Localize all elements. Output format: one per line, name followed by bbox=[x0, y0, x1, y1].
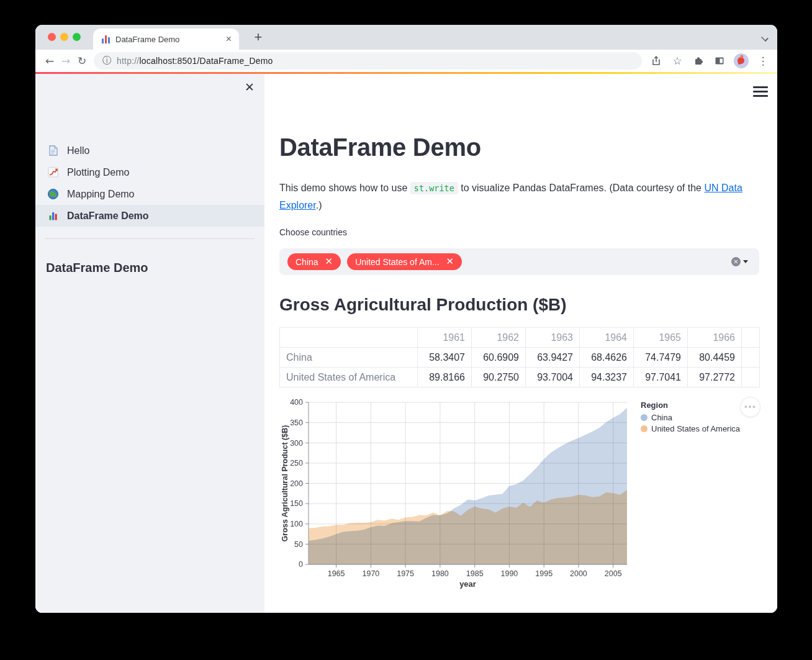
table-year-header: 1962 bbox=[472, 328, 526, 348]
svg-text:1965: 1965 bbox=[328, 569, 345, 578]
svg-text:2005: 2005 bbox=[605, 569, 622, 578]
browser-menu-icon[interactable]: ⋮ bbox=[756, 54, 770, 68]
sidebar-item-label: Mapping Demo bbox=[67, 189, 135, 200]
svg-text:1985: 1985 bbox=[466, 569, 484, 578]
tab-favicon-bar-chart-icon bbox=[102, 35, 110, 43]
svg-text:1990: 1990 bbox=[500, 569, 518, 578]
section-heading: Gross Agricultural Production ($B) bbox=[279, 295, 567, 315]
clear-all-icon[interactable]: ✕ bbox=[731, 257, 741, 266]
table-cell: 90.2750 bbox=[472, 368, 526, 387]
main-content: DataFrame Demo This demo shows how to us… bbox=[264, 74, 777, 613]
table-cell: 58.3407 bbox=[418, 348, 472, 368]
back-button[interactable]: ← bbox=[42, 53, 58, 69]
svg-text:250: 250 bbox=[290, 459, 303, 468]
table-cell: 68.4626 bbox=[580, 348, 634, 368]
table-cell: 63.9427 bbox=[526, 348, 580, 368]
forward-button[interactable]: → bbox=[58, 53, 74, 69]
table-cell: 93.7004 bbox=[526, 368, 580, 387]
new-tab-button[interactable]: + bbox=[249, 29, 268, 47]
svg-text:50: 50 bbox=[294, 540, 303, 549]
sidebar-item-dataframe-demo[interactable]: DataFrame Demo bbox=[35, 205, 264, 227]
tab-search-chevron-icon[interactable] bbox=[761, 34, 769, 41]
svg-text:300: 300 bbox=[290, 439, 303, 448]
table-year-header: 1963 bbox=[526, 328, 580, 348]
minimize-window-button[interactable] bbox=[60, 33, 68, 41]
side-panel-icon[interactable] bbox=[713, 54, 726, 68]
bar-chart-icon bbox=[47, 210, 59, 222]
multiselect-label: Choose countries bbox=[279, 227, 347, 237]
sidebar-nav: HelloPlotting DemoMapping DemoDataFrame … bbox=[35, 140, 264, 227]
reload-button[interactable]: ↻ bbox=[74, 53, 90, 69]
sidebar-item-hello[interactable]: Hello bbox=[35, 140, 264, 161]
dropdown-caret-icon[interactable] bbox=[743, 260, 748, 263]
url-text: http://localhost:8501/DataFrame_Demo bbox=[117, 56, 273, 66]
bookmark-star-icon[interactable]: ☆ bbox=[670, 54, 684, 68]
tab-strip: DataFrame Demo × + bbox=[35, 25, 777, 50]
table-row: China58.340760.690963.942768.462674.7479… bbox=[280, 348, 760, 368]
svg-text:1995: 1995 bbox=[535, 569, 553, 578]
svg-text:100: 100 bbox=[290, 520, 303, 528]
table-cell: 60.6909 bbox=[472, 348, 526, 368]
svg-text:400: 400 bbox=[290, 399, 303, 407]
page-title: DataFrame Demo bbox=[279, 133, 481, 161]
chart-actions-button[interactable]: ●●● bbox=[740, 397, 760, 417]
sidebar-item-label: DataFrame Demo bbox=[67, 210, 149, 222]
sidebar-item-label: Plotting Demo bbox=[67, 167, 130, 178]
table-corner-cell bbox=[280, 328, 418, 348]
svg-text:1980: 1980 bbox=[431, 569, 449, 578]
table-cell: 74.7479 bbox=[634, 348, 688, 368]
y-axis-title: Gross Agricultural Product ($B) bbox=[281, 425, 289, 542]
document-icon bbox=[47, 145, 59, 156]
intro-paragraph: This demo shows how to use st.write to v… bbox=[279, 179, 744, 214]
legend-title: Region bbox=[641, 400, 740, 410]
remove-tag-icon[interactable]: ✕ bbox=[446, 257, 454, 266]
table-year-header: 1965 bbox=[634, 328, 688, 348]
selected-tag-label: United States of Am... bbox=[355, 257, 439, 267]
selected-tag[interactable]: China✕ bbox=[287, 253, 341, 270]
sidebar-item-plotting-demo[interactable]: Plotting Demo bbox=[35, 161, 264, 183]
legend-swatch bbox=[641, 414, 647, 421]
browser-tab[interactable]: DataFrame Demo × bbox=[93, 29, 239, 50]
sidebar-divider bbox=[45, 238, 255, 239]
table-cell: 97.2772 bbox=[688, 368, 742, 387]
x-axis-title: year bbox=[459, 579, 476, 589]
tab-title: DataFrame Demo bbox=[115, 35, 226, 44]
sidebar-item-mapping-demo[interactable]: Mapping Demo bbox=[35, 183, 264, 205]
page-info-icon[interactable]: ⓘ bbox=[102, 55, 111, 66]
profile-bird-icon bbox=[737, 57, 745, 65]
area-chart: 0501001502002503003504001965197019751980… bbox=[279, 399, 639, 592]
table-year-header: 1964 bbox=[580, 328, 634, 348]
svg-text:1975: 1975 bbox=[397, 569, 414, 578]
table-clipped-cell bbox=[742, 368, 760, 387]
legend-label: China bbox=[651, 413, 672, 422]
app-menu-hamburger-icon[interactable] bbox=[753, 86, 768, 97]
table-cell: 89.8166 bbox=[418, 368, 472, 387]
close-window-button[interactable] bbox=[48, 33, 56, 41]
svg-text:150: 150 bbox=[290, 499, 303, 508]
url-bar[interactable]: ⓘ http://localhost:8501/DataFrame_Demo bbox=[94, 52, 642, 70]
remove-tag-icon[interactable]: ✕ bbox=[325, 257, 333, 266]
table-row: United States of America89.816690.275093… bbox=[280, 368, 760, 387]
selected-tag[interactable]: United States of Am...✕ bbox=[347, 253, 462, 270]
sidebar-close-icon[interactable]: ✕ bbox=[245, 81, 255, 93]
sidebar-section-title: DataFrame Demo bbox=[46, 261, 148, 275]
inline-code: st.write bbox=[410, 182, 458, 194]
tab-close-icon[interactable]: × bbox=[226, 34, 232, 44]
globe-icon bbox=[47, 188, 59, 200]
selected-tags: China✕United States of Am...✕ bbox=[287, 253, 462, 270]
url-host-path: localhost:8501/DataFrame_Demo bbox=[139, 56, 273, 66]
chart-legend: Region ChinaUnited States of America bbox=[641, 400, 740, 435]
browser-toolbar: ← → ↻ ⓘ http://localhost:8501/DataFrame_… bbox=[35, 50, 777, 72]
table-cell: 80.4459 bbox=[688, 348, 742, 368]
line-chart-icon bbox=[47, 166, 59, 178]
legend-swatch bbox=[641, 425, 647, 432]
share-icon[interactable] bbox=[649, 54, 663, 68]
intro-text-1: This demo shows how to use bbox=[279, 183, 410, 193]
extensions-puzzle-icon[interactable] bbox=[692, 54, 705, 68]
multiselect-input[interactable]: China✕United States of Am...✕ ✕ bbox=[279, 248, 759, 275]
profile-avatar[interactable] bbox=[734, 53, 749, 68]
table-year-header: 1961 bbox=[418, 328, 472, 348]
zoom-window-button[interactable] bbox=[73, 33, 81, 41]
intro-text-3: .) bbox=[316, 200, 322, 210]
traffic-lights bbox=[48, 33, 81, 41]
